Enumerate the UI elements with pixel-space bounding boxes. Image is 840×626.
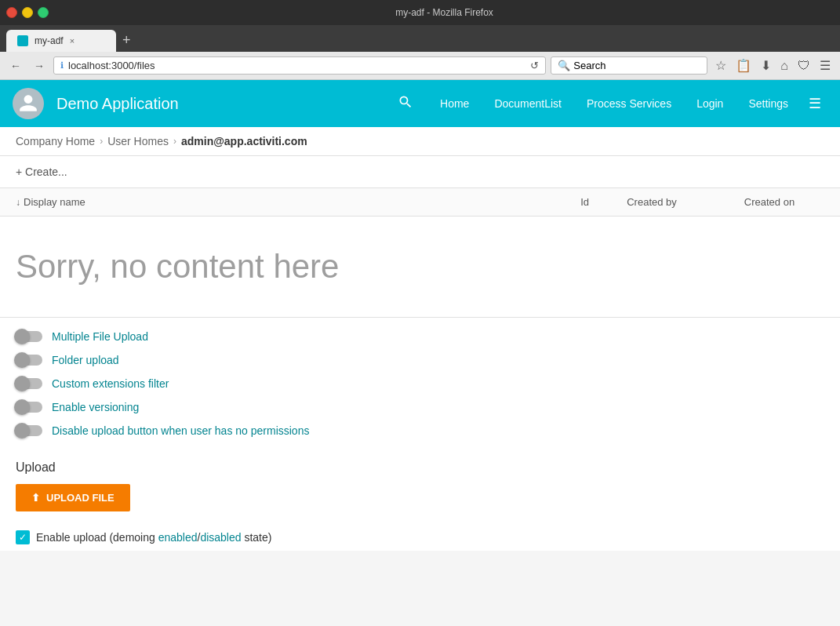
- col-created-on[interactable]: Created on: [715, 196, 824, 208]
- col-created-by-label: Created by: [627, 196, 677, 208]
- tab-label: my-adf: [35, 35, 64, 46]
- create-button[interactable]: + Create...: [16, 166, 67, 178]
- toggle-row-5: Disable upload button when user has no p…: [16, 424, 824, 437]
- breadcrumb-sep-1: ›: [100, 136, 103, 147]
- breadcrumb-sep-2: ›: [173, 136, 176, 147]
- bookmark-icon[interactable]: ☆: [712, 56, 729, 75]
- toggle-label-5: Disable upload button when user has no p…: [52, 424, 309, 437]
- checkbox-label-prefix: Enable upload (demoing: [36, 531, 158, 544]
- table-header: ↓ Display name Id Created by Created on: [0, 188, 840, 217]
- nav-document-list[interactable]: DocumentList: [483, 91, 573, 116]
- enable-upload-label: Enable upload (demoing enabled/disabled …: [36, 531, 271, 544]
- traffic-lights: × − +: [6, 7, 49, 18]
- maximize-button[interactable]: +: [38, 7, 49, 18]
- app-header: Demo Application Home DocumentList Proce…: [0, 80, 840, 127]
- security-icon: ℹ: [60, 60, 64, 71]
- checkbox-label-disabled: disabled: [200, 531, 241, 544]
- app-nav: Home DocumentList Process Services Login…: [429, 91, 827, 116]
- address-text: localhost:3000/files: [68, 60, 525, 71]
- upload-icon: ⬆: [31, 492, 40, 504]
- minimize-button[interactable]: −: [22, 7, 33, 18]
- toggle-label-2: Folder upload: [52, 354, 119, 366]
- empty-state-message: Sorry, no content here: [16, 248, 824, 286]
- toggle-custom-extensions[interactable]: [16, 378, 42, 389]
- empty-state: Sorry, no content here: [0, 217, 840, 317]
- download-icon[interactable]: ⬇: [758, 56, 774, 75]
- hamburger-menu-icon[interactable]: ☰: [802, 92, 827, 115]
- breadcrumb-current: admin@app.activiti.com: [181, 135, 307, 147]
- col-id-label: Id: [580, 196, 589, 208]
- search-placeholder: Search: [573, 60, 605, 71]
- home-icon[interactable]: ⌂: [777, 57, 791, 75]
- browser-tabbar: my-adf × +: [0, 25, 840, 52]
- history-icon[interactable]: 📋: [733, 56, 755, 75]
- browser-tab-active[interactable]: my-adf ×: [6, 30, 116, 52]
- upload-section: Upload ⬆ UPLOAD FILE: [0, 460, 840, 524]
- nav-settings[interactable]: Settings: [737, 91, 799, 116]
- create-bar: + Create...: [0, 156, 840, 188]
- toggle-row-2: Folder upload: [16, 354, 824, 366]
- nav-process-services[interactable]: Process Services: [576, 91, 682, 116]
- sort-down-icon: ↓: [16, 197, 20, 208]
- reload-button[interactable]: ↺: [530, 60, 539, 71]
- tab-favicon: [17, 35, 28, 46]
- settings-section: Multiple File Upload Folder upload Custo…: [0, 317, 840, 460]
- app-search-icon[interactable]: [395, 91, 416, 117]
- app-title: Demo Application: [56, 95, 382, 113]
- browser-titlebar: × − + my-adf - Mozilla Firefox: [0, 0, 840, 25]
- app-avatar: [13, 88, 44, 119]
- create-button-label: + Create...: [16, 166, 67, 178]
- menu-icon[interactable]: ☰: [816, 56, 834, 75]
- nav-login[interactable]: Login: [685, 91, 734, 116]
- browser-toolbar-icons: ☆ 📋 ⬇ ⌂ 🛡 ☰: [712, 56, 834, 75]
- upload-file-button[interactable]: ⬆ UPLOAD FILE: [16, 484, 130, 511]
- search-bar[interactable]: 🔍 Search: [551, 56, 707, 75]
- enable-upload-checkbox[interactable]: ✓: [16, 530, 30, 544]
- address-bar[interactable]: ℹ localhost:3000/files ↺: [53, 56, 546, 75]
- browser-title: my-adf - Mozilla Firefox: [55, 7, 834, 18]
- checkbox-label-suffix: state): [242, 531, 272, 544]
- toggle-row-4: Enable versioning: [16, 401, 824, 413]
- col-display-name[interactable]: ↓ Display name: [16, 196, 526, 208]
- checkbox-row: ✓ Enable upload (demoing enabled/disable…: [0, 524, 840, 551]
- toggle-label-1: Multiple File Upload: [52, 330, 148, 343]
- forward-button[interactable]: →: [30, 58, 49, 74]
- col-display-name-label: Display name: [24, 196, 85, 208]
- toggle-row-3: Custom extensions filter: [16, 377, 824, 390]
- browser-chrome: × − + my-adf - Mozilla Firefox my-adf × …: [0, 0, 840, 80]
- back-button[interactable]: ←: [6, 58, 25, 74]
- breadcrumb-company-home[interactable]: Company Home: [16, 135, 95, 147]
- col-created-by[interactable]: Created by: [589, 196, 715, 208]
- toggle-enable-versioning[interactable]: [16, 402, 42, 413]
- toggle-row-1: Multiple File Upload: [16, 330, 824, 343]
- nav-home[interactable]: Home: [429, 91, 480, 116]
- shield-icon[interactable]: 🛡: [795, 57, 813, 75]
- breadcrumb-user-homes[interactable]: User Homes: [107, 135, 169, 147]
- checkbox-label-enabled: enabled: [158, 531, 198, 544]
- toggle-disable-upload-btn[interactable]: [16, 425, 42, 436]
- new-tab-button[interactable]: +: [116, 29, 137, 52]
- toggle-label-3: Custom extensions filter: [52, 377, 169, 390]
- upload-title: Upload: [16, 460, 824, 475]
- col-id[interactable]: Id: [526, 196, 589, 208]
- toggle-label-4: Enable versioning: [52, 401, 139, 413]
- toggle-folder-upload[interactable]: [16, 355, 42, 366]
- upload-button-label: UPLOAD FILE: [46, 492, 115, 504]
- content-area: + Create... ↓ Display name Id Created by…: [0, 156, 840, 317]
- close-button[interactable]: ×: [6, 7, 17, 18]
- search-icon: 🔍: [558, 60, 570, 71]
- browser-toolbar: ← → ℹ localhost:3000/files ↺ 🔍 Search ☆ …: [0, 52, 840, 80]
- col-created-on-label: Created on: [744, 196, 795, 208]
- toggle-multiple-file-upload[interactable]: [16, 331, 42, 342]
- breadcrumb: Company Home › User Homes › admin@app.ac…: [0, 127, 840, 156]
- tab-close-button[interactable]: ×: [70, 36, 75, 45]
